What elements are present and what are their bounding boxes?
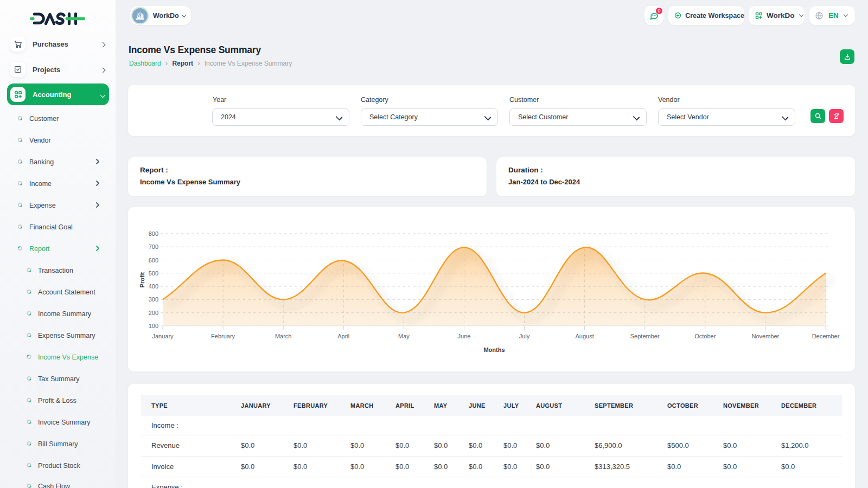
svg-text:October: October (694, 333, 716, 339)
svg-text:Vendor: Vendor (29, 137, 51, 144)
svg-text:Account Statement: Account Statement (38, 288, 95, 296)
svg-text:Income: Income (29, 180, 52, 188)
svg-text:Income Vs Expense: Income Vs Expense (38, 354, 98, 361)
svg-text:200: 200 (149, 310, 158, 316)
svg-text:November: November (752, 333, 780, 339)
svg-text:100: 100 (149, 323, 158, 329)
svg-text:Profit: Profit (139, 272, 145, 287)
svg-text:Expense: Expense (29, 202, 56, 209)
svg-text:Bill Summary: Bill Summary (38, 440, 78, 448)
svg-text:Months: Months (483, 346, 505, 353)
svg-text:400: 400 (149, 283, 158, 290)
svg-text:Invoice Summary: Invoice Summary (38, 419, 91, 426)
svg-text:April: April (337, 333, 349, 339)
svg-text:Income Summary: Income Summary (38, 310, 92, 318)
svg-text:Tax Summary: Tax Summary (38, 375, 80, 383)
svg-text:Cash Flow: Cash Flow (38, 483, 71, 488)
svg-text:Transaction: Transaction (38, 267, 73, 274)
svg-text:Banking: Banking (29, 158, 54, 166)
svg-text:March: March (275, 333, 292, 339)
svg-text:June: June (458, 333, 471, 339)
svg-text:Expense Summary: Expense Summary (38, 332, 95, 339)
svg-text:May: May (398, 333, 410, 339)
svg-text:300: 300 (149, 296, 158, 303)
svg-text:February: February (211, 333, 235, 339)
svg-text:July: July (519, 333, 530, 339)
svg-text:700: 700 (149, 243, 158, 250)
svg-text:800: 800 (149, 230, 158, 237)
svg-text:Product Stock: Product Stock (38, 462, 81, 470)
svg-text:Financial Goal: Financial Goal (29, 223, 73, 231)
svg-text:Report: Report (29, 245, 50, 253)
svg-text:Profit & Loss: Profit & Loss (38, 397, 76, 404)
svg-text:August: August (575, 333, 593, 339)
svg-text:December: December (812, 333, 840, 339)
svg-text:January: January (152, 333, 174, 339)
svg-text:600: 600 (149, 257, 158, 264)
svg-text:500: 500 (149, 270, 158, 277)
svg-text:September: September (630, 333, 660, 339)
svg-text:Customer: Customer (29, 115, 59, 123)
